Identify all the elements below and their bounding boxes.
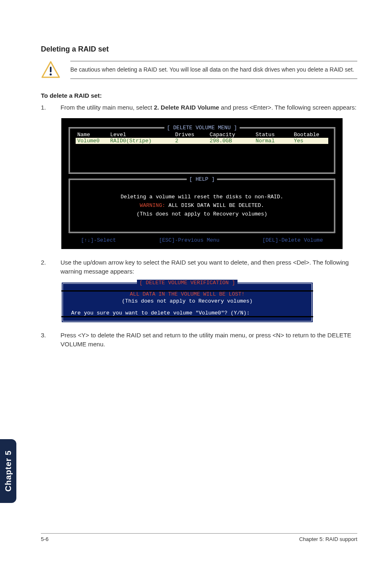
col-header-capacity: Capacity (210, 132, 256, 138)
cell-capacity: 298.0GB (210, 138, 256, 144)
step-number: 1. (41, 103, 61, 112)
cell-level: RAID0(Stripe) (110, 138, 175, 144)
menu-name: 2. Delete RAID Volume (154, 104, 219, 111)
volume-list-box: [ DELETE VOLUME MENU ] Name Level Drives… (69, 127, 335, 174)
col-header-drives: Drives (175, 132, 210, 138)
text: From the utility main menu, select (61, 104, 154, 111)
hint-delete: [DEL]-Delete Volume (262, 237, 323, 243)
step-1: 1. From the utility main menu, select 2.… (41, 103, 357, 112)
warn-prefix: WARNING: (140, 202, 168, 209)
help-box: [ HELP ] Deleting a volume will reset th… (69, 179, 335, 233)
page-footer: 5-6 Chapter 5: RAID support (41, 533, 357, 542)
step-number: 3. (41, 331, 61, 349)
cell-bootable: Yes (294, 138, 328, 144)
dialog-prompt: Are you sure you want to delete volume "… (69, 310, 306, 316)
box-legend: [ DELETE VOLUME MENU ] (164, 125, 240, 131)
cell-name: Volume0 (76, 138, 110, 144)
hint-select: [↑↓]-Select (81, 237, 116, 243)
cell-status: Normal (256, 138, 294, 144)
chapter-tab-label: Chapter 5 (4, 450, 13, 491)
step-3: 3. Press <Y> to delete the RAID set and … (41, 331, 357, 349)
table-row-selected: Volume0 RAID0(Stripe) 2 298.0GB Normal Y… (76, 138, 328, 144)
dialog-note-line: (This does not apply to Recovery volumes… (69, 298, 306, 304)
svg-rect-0 (50, 67, 52, 72)
step-2: 2. Use the up/down arrow key to select t… (41, 258, 357, 276)
col-header-bootable: Bootable (294, 132, 328, 138)
table-header-row: Name Level Drives Capacity Status Bootab… (76, 132, 328, 138)
warn-text: ALL DISK DATA WILL BE DELETED. (168, 202, 264, 209)
help-legend: [ HELP ] (187, 176, 217, 182)
step-number: 2. (41, 258, 61, 276)
help-note: (This does not apply to Recovery volumes… (77, 211, 327, 217)
help-text: Deleting a volume will reset the disks t… (77, 194, 327, 200)
step-text: Use the up/down arrow key to select the … (61, 258, 357, 276)
bios-screenshot-confirm-dialog: [ DELETE VOLUME VERIFICATION ] ALL DATA … (61, 282, 313, 323)
page-number: 5-6 (41, 536, 49, 542)
step-text: Press <Y> to delete the RAID set and ret… (61, 331, 357, 349)
chapter-tab: Chapter 5 (0, 439, 16, 503)
hint-previous: [ESC]-Previous Menu (159, 237, 220, 243)
procedure-heading: To delete a RAID set: (41, 92, 357, 99)
chapter-label: Chapter 5: RAID support (299, 536, 357, 542)
caution-text: Be cautious when deleting a RAID set. Yo… (70, 61, 357, 79)
help-warning: WARNING: ALL DISK DATA WILL BE DELETED. (77, 202, 327, 209)
step-text: From the utility main menu, select 2. De… (61, 103, 357, 112)
caution-block: Be cautious when deleting a RAID set. Yo… (41, 61, 357, 81)
col-header-level: Level (110, 132, 175, 138)
bios-screenshot-delete-menu: [ DELETE VOLUME MENU ] Name Level Drives… (61, 118, 343, 249)
dialog-legend: [ DELETE VOLUME VERIFICATION ] (137, 280, 238, 286)
key-hints-row: [↑↓]-Select [ESC]-Previous Menu [DEL]-De… (69, 233, 335, 243)
dialog-warning-line: ALL DATA IN THE VOLUME WILL BE LOST! (69, 291, 306, 297)
cell-drives: 2 (175, 138, 210, 144)
col-header-name: Name (76, 132, 110, 138)
text: and press <Enter>. The following screen … (219, 104, 356, 111)
warning-icon (41, 61, 61, 79)
section-heading: Deleting a RAID set (41, 45, 357, 54)
svg-point-1 (49, 73, 52, 75)
col-header-status: Status (256, 132, 294, 138)
